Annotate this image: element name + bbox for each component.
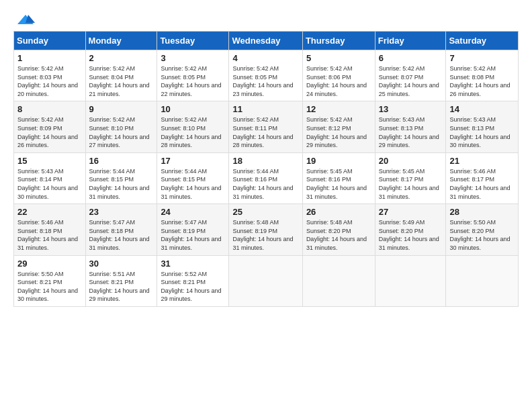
day-number: 22 bbox=[17, 207, 82, 217]
calendar-cell: 10 Sunrise: 5:42 AMSunset: 8:10 PMDaylig… bbox=[157, 101, 229, 152]
calendar-cell bbox=[375, 255, 446, 306]
day-number: 4 bbox=[232, 53, 298, 63]
day-number: 29 bbox=[17, 259, 82, 269]
calendar-cell: 12 Sunrise: 5:42 AMSunset: 8:12 PMDaylig… bbox=[302, 101, 375, 152]
calendar-cell: 4 Sunrise: 5:42 AMSunset: 8:05 PMDayligh… bbox=[229, 50, 302, 101]
day-info: Sunrise: 5:47 AMSunset: 8:19 PMDaylight:… bbox=[161, 219, 221, 251]
calendar-cell: 27 Sunrise: 5:49 AMSunset: 8:20 PMDaylig… bbox=[375, 204, 446, 255]
calendar-cell: 31 Sunrise: 5:52 AMSunset: 8:21 PMDaylig… bbox=[157, 255, 229, 306]
day-number: 6 bbox=[379, 53, 443, 63]
calendar-cell: 21 Sunrise: 5:46 AMSunset: 8:17 PMDaylig… bbox=[446, 152, 519, 203]
day-info: Sunrise: 5:42 AMSunset: 8:05 PMDaylight:… bbox=[161, 65, 221, 97]
day-number: 21 bbox=[449, 156, 515, 166]
day-info: Sunrise: 5:44 AMSunset: 8:15 PMDaylight:… bbox=[161, 168, 221, 200]
calendar-cell: 1 Sunrise: 5:42 AMSunset: 8:03 PMDayligh… bbox=[14, 50, 86, 101]
day-info: Sunrise: 5:42 AMSunset: 8:07 PMDaylight:… bbox=[379, 65, 439, 97]
day-info: Sunrise: 5:44 AMSunset: 8:15 PMDaylight:… bbox=[89, 168, 150, 200]
day-info: Sunrise: 5:50 AMSunset: 8:21 PMDaylight:… bbox=[17, 271, 78, 303]
day-info: Sunrise: 5:52 AMSunset: 8:21 PMDaylight:… bbox=[161, 271, 221, 303]
calendar-cell: 13 Sunrise: 5:43 AMSunset: 8:13 PMDaylig… bbox=[375, 101, 446, 152]
day-number: 27 bbox=[379, 207, 443, 217]
calendar-cell bbox=[229, 255, 302, 306]
calendar-cell: 28 Sunrise: 5:50 AMSunset: 8:20 PMDaylig… bbox=[446, 204, 519, 255]
day-header-friday: Friday bbox=[375, 32, 446, 50]
day-number: 8 bbox=[17, 104, 82, 114]
day-header-sunday: Sunday bbox=[14, 32, 86, 50]
calendar-week-row: 29 Sunrise: 5:50 AMSunset: 8:21 PMDaylig… bbox=[14, 255, 519, 306]
day-number: 9 bbox=[89, 104, 154, 114]
day-info: Sunrise: 5:42 AMSunset: 8:04 PMDaylight:… bbox=[89, 65, 150, 97]
calendar-week-row: 8 Sunrise: 5:42 AMSunset: 8:09 PMDayligh… bbox=[14, 101, 519, 152]
day-info: Sunrise: 5:51 AMSunset: 8:21 PMDaylight:… bbox=[89, 271, 150, 303]
day-header-thursday: Thursday bbox=[302, 32, 375, 50]
day-number: 20 bbox=[379, 156, 443, 166]
day-number: 3 bbox=[161, 53, 225, 63]
day-info: Sunrise: 5:45 AMSunset: 8:17 PMDaylight:… bbox=[379, 168, 439, 200]
day-number: 14 bbox=[449, 104, 515, 114]
calendar-cell: 30 Sunrise: 5:51 AMSunset: 8:21 PMDaylig… bbox=[85, 255, 157, 306]
day-info: Sunrise: 5:42 AMSunset: 8:06 PMDaylight:… bbox=[306, 65, 367, 97]
day-number: 2 bbox=[89, 53, 154, 63]
calendar-cell: 11 Sunrise: 5:42 AMSunset: 8:11 PMDaylig… bbox=[229, 101, 302, 152]
day-number: 19 bbox=[306, 156, 371, 166]
calendar-cell: 29 Sunrise: 5:50 AMSunset: 8:21 PMDaylig… bbox=[14, 255, 86, 306]
calendar-cell: 18 Sunrise: 5:44 AMSunset: 8:16 PMDaylig… bbox=[229, 152, 302, 203]
day-info: Sunrise: 5:48 AMSunset: 8:19 PMDaylight:… bbox=[232, 219, 293, 251]
calendar-cell: 25 Sunrise: 5:48 AMSunset: 8:19 PMDaylig… bbox=[229, 204, 302, 255]
day-info: Sunrise: 5:47 AMSunset: 8:18 PMDaylight:… bbox=[89, 219, 150, 251]
day-info: Sunrise: 5:42 AMSunset: 8:11 PMDaylight:… bbox=[232, 116, 293, 148]
day-number: 16 bbox=[89, 156, 154, 166]
day-info: Sunrise: 5:42 AMSunset: 8:09 PMDaylight:… bbox=[17, 116, 78, 148]
day-info: Sunrise: 5:42 AMSunset: 8:03 PMDaylight:… bbox=[17, 65, 78, 97]
day-number: 31 bbox=[161, 259, 225, 269]
day-number: 15 bbox=[17, 156, 82, 166]
calendar-cell: 9 Sunrise: 5:42 AMSunset: 8:10 PMDayligh… bbox=[85, 101, 157, 152]
day-info: Sunrise: 5:42 AMSunset: 8:10 PMDaylight:… bbox=[89, 116, 150, 148]
day-number: 10 bbox=[161, 104, 225, 114]
calendar-cell bbox=[446, 255, 519, 306]
day-info: Sunrise: 5:43 AMSunset: 8:13 PMDaylight:… bbox=[449, 116, 510, 148]
logo bbox=[13, 13, 35, 26]
day-number: 7 bbox=[449, 53, 515, 63]
calendar-cell: 5 Sunrise: 5:42 AMSunset: 8:06 PMDayligh… bbox=[302, 50, 375, 101]
day-number: 13 bbox=[379, 104, 443, 114]
day-info: Sunrise: 5:50 AMSunset: 8:20 PMDaylight:… bbox=[449, 219, 510, 251]
day-number: 12 bbox=[306, 104, 371, 114]
calendar-cell: 7 Sunrise: 5:42 AMSunset: 8:08 PMDayligh… bbox=[446, 50, 519, 101]
day-number: 26 bbox=[306, 207, 371, 217]
day-info: Sunrise: 5:45 AMSunset: 8:16 PMDaylight:… bbox=[306, 168, 367, 200]
day-info: Sunrise: 5:43 AMSunset: 8:14 PMDaylight:… bbox=[17, 168, 78, 200]
day-number: 5 bbox=[306, 53, 371, 63]
day-header-saturday: Saturday bbox=[446, 32, 519, 50]
day-number: 25 bbox=[232, 207, 298, 217]
calendar-week-row: 1 Sunrise: 5:42 AMSunset: 8:03 PMDayligh… bbox=[14, 50, 519, 101]
calendar-week-row: 22 Sunrise: 5:46 AMSunset: 8:18 PMDaylig… bbox=[14, 204, 519, 255]
calendar-cell: 15 Sunrise: 5:43 AMSunset: 8:14 PMDaylig… bbox=[14, 152, 86, 203]
calendar-cell: 16 Sunrise: 5:44 AMSunset: 8:15 PMDaylig… bbox=[85, 152, 157, 203]
calendar-cell: 20 Sunrise: 5:45 AMSunset: 8:17 PMDaylig… bbox=[375, 152, 446, 203]
day-number: 23 bbox=[89, 207, 154, 217]
calendar-cell: 24 Sunrise: 5:47 AMSunset: 8:19 PMDaylig… bbox=[157, 204, 229, 255]
day-info: Sunrise: 5:42 AMSunset: 8:05 PMDaylight:… bbox=[232, 65, 293, 97]
day-header-wednesday: Wednesday bbox=[229, 32, 302, 50]
day-number: 28 bbox=[449, 207, 515, 217]
calendar-header-row: SundayMondayTuesdayWednesdayThursdayFrid… bbox=[14, 32, 519, 50]
calendar-cell: 26 Sunrise: 5:48 AMSunset: 8:20 PMDaylig… bbox=[302, 204, 375, 255]
calendar-cell: 22 Sunrise: 5:46 AMSunset: 8:18 PMDaylig… bbox=[14, 204, 86, 255]
day-info: Sunrise: 5:46 AMSunset: 8:18 PMDaylight:… bbox=[17, 219, 78, 251]
day-header-monday: Monday bbox=[85, 32, 157, 50]
calendar-cell bbox=[302, 255, 375, 306]
calendar-cell: 3 Sunrise: 5:42 AMSunset: 8:05 PMDayligh… bbox=[157, 50, 229, 101]
calendar-cell: 23 Sunrise: 5:47 AMSunset: 8:18 PMDaylig… bbox=[85, 204, 157, 255]
day-info: Sunrise: 5:42 AMSunset: 8:10 PMDaylight:… bbox=[161, 116, 221, 148]
day-number: 18 bbox=[232, 156, 298, 166]
calendar-table: SundayMondayTuesdayWednesdayThursdayFrid… bbox=[13, 31, 519, 307]
day-number: 17 bbox=[161, 156, 225, 166]
calendar-cell: 2 Sunrise: 5:42 AMSunset: 8:04 PMDayligh… bbox=[85, 50, 157, 101]
calendar-cell: 17 Sunrise: 5:44 AMSunset: 8:15 PMDaylig… bbox=[157, 152, 229, 203]
logo-icon bbox=[16, 13, 35, 26]
day-info: Sunrise: 5:44 AMSunset: 8:16 PMDaylight:… bbox=[232, 168, 293, 200]
day-info: Sunrise: 5:43 AMSunset: 8:13 PMDaylight:… bbox=[379, 116, 439, 148]
day-number: 11 bbox=[232, 104, 298, 114]
day-number: 24 bbox=[161, 207, 225, 217]
